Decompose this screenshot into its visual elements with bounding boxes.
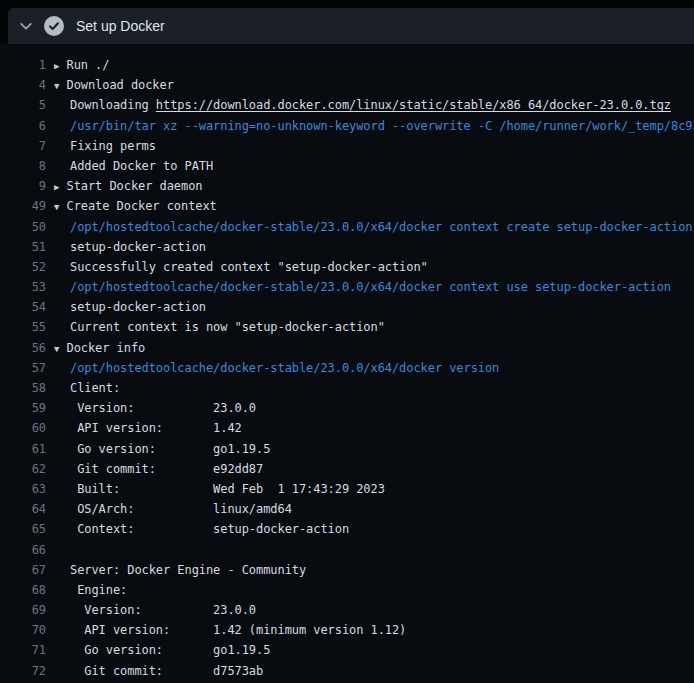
line-number[interactable]: 62	[0, 459, 46, 479]
log-command-text: /opt/hostedtoolcache/docker-stable/23.0.…	[70, 280, 671, 294]
log-line: 61 Go version: go1.19.5	[0, 439, 694, 459]
log-lines: 1 ▶Run ./ 4 ▼Download docker 5 Downloadi…	[0, 55, 694, 681]
line-number[interactable]: 56	[0, 338, 46, 358]
log-group-header[interactable]: 56 ▼Docker info	[0, 338, 694, 358]
line-number[interactable]: 57	[0, 358, 46, 378]
log-line: 57 /opt/hostedtoolcache/docker-stable/23…	[0, 358, 694, 378]
log-link[interactable]: https://download.docker.com/linux/static…	[156, 98, 671, 112]
log-text: Fixing perms	[70, 139, 156, 153]
step-header[interactable]: Set up Docker	[8, 8, 694, 44]
log-command-text: /opt/hostedtoolcache/docker-stable/23.0.…	[70, 361, 499, 375]
check-circle-icon	[44, 16, 64, 36]
log-text: Downloading	[70, 98, 156, 112]
log-group-header[interactable]: 49 ▼Create Docker context	[0, 196, 694, 216]
log-command-text: /opt/hostedtoolcache/docker-stable/23.0.…	[70, 220, 692, 234]
group-expanded-icon[interactable]: ▼	[54, 76, 67, 95]
log-line: 65 Context: setup-docker-action	[0, 519, 694, 539]
log-line: 58 Client:	[0, 378, 694, 398]
log-line: 8 Added Docker to PATH	[0, 156, 694, 176]
log-group-header[interactable]: 1 ▶Run ./	[0, 55, 694, 75]
log-line: 7 Fixing perms	[0, 136, 694, 156]
line-number[interactable]: 4	[0, 75, 46, 95]
log-line: 69 Version: 23.0.0	[0, 600, 694, 620]
line-number[interactable]: 67	[0, 560, 46, 580]
line-number[interactable]: 6	[0, 116, 46, 136]
log-text: Engine:	[70, 583, 127, 597]
line-number[interactable]: 61	[0, 439, 46, 459]
log-group-header[interactable]: 9 ▶Start Docker daemon	[0, 176, 694, 196]
group-expanded-icon[interactable]: ▼	[54, 339, 67, 358]
log-command-text: /usr/bin/tar xz --warning=no-unknown-key…	[70, 119, 694, 133]
log-line: 55 Current context is now "setup-docker-…	[0, 317, 694, 337]
group-title: Start Docker daemon	[67, 179, 203, 193]
line-number[interactable]: 65	[0, 519, 46, 539]
log-line: 68 Engine:	[0, 580, 694, 600]
line-number[interactable]: 49	[0, 196, 46, 216]
log-text: Git commit: e92dd87	[70, 462, 263, 476]
log-text: setup-docker-action	[70, 300, 206, 314]
line-number[interactable]: 66	[0, 540, 46, 560]
line-number[interactable]: 71	[0, 640, 46, 660]
log-line: 67 Server: Docker Engine - Community	[0, 560, 694, 580]
chevron-down-icon[interactable]	[18, 18, 34, 34]
group-title: Download docker	[67, 78, 174, 92]
log-line: 62 Git commit: e92dd87	[0, 459, 694, 479]
log-line: 64 OS/Arch: linux/amd64	[0, 499, 694, 519]
line-number[interactable]: 50	[0, 217, 46, 237]
log-text: Version: 23.0.0	[70, 603, 256, 617]
log-line: 63 Built: Wed Feb 1 17:43:29 2023	[0, 479, 694, 499]
log-text: Successfully created context "setup-dock…	[70, 260, 428, 274]
line-number[interactable]: 53	[0, 277, 46, 297]
log-text: Go version: go1.19.5	[70, 442, 270, 456]
log-text: Added Docker to PATH	[70, 159, 213, 173]
log-text: setup-docker-action	[70, 240, 206, 254]
log-text: Built: Wed Feb 1 17:43:29 2023	[70, 482, 385, 496]
log-line: 71 Go version: go1.19.5	[0, 640, 694, 660]
log-text: Current context is now "setup-docker-act…	[70, 320, 385, 334]
line-number[interactable]: 51	[0, 237, 46, 257]
line-number[interactable]: 5	[0, 95, 46, 115]
log-line: 50 /opt/hostedtoolcache/docker-stable/23…	[0, 217, 694, 237]
step-title: Set up Docker	[76, 18, 165, 34]
log-text: Client:	[70, 381, 120, 395]
line-number[interactable]: 69	[0, 600, 46, 620]
log-text: Go version: go1.19.5	[70, 643, 270, 657]
log-text: Context: setup-docker-action	[70, 522, 349, 536]
line-number[interactable]: 54	[0, 297, 46, 317]
line-number[interactable]: 68	[0, 580, 46, 600]
line-number[interactable]: 64	[0, 499, 46, 519]
log-line: 72 Git commit: d7573ab	[0, 661, 694, 681]
line-number[interactable]: 59	[0, 398, 46, 418]
line-number[interactable]: 63	[0, 479, 46, 499]
log-line: 59 Version: 23.0.0	[0, 398, 694, 418]
log-line: 53 /opt/hostedtoolcache/docker-stable/23…	[0, 277, 694, 297]
log-group-header[interactable]: 4 ▼Download docker	[0, 75, 694, 95]
line-number[interactable]: 7	[0, 136, 46, 156]
line-number[interactable]: 58	[0, 378, 46, 398]
line-number[interactable]: 60	[0, 418, 46, 438]
line-number[interactable]: 52	[0, 257, 46, 277]
line-number[interactable]: 8	[0, 156, 46, 176]
group-collapsed-icon[interactable]: ▶	[54, 56, 67, 75]
line-number[interactable]: 9	[0, 176, 46, 196]
log-text: API version: 1.42	[70, 421, 242, 435]
line-number[interactable]: 1	[0, 55, 46, 75]
log-panel: 1 ▶Run ./ 4 ▼Download docker 5 Downloadi…	[0, 44, 694, 683]
log-text: OS/Arch: linux/amd64	[70, 502, 292, 516]
group-title: Run ./	[67, 58, 110, 72]
log-text: API version: 1.42 (minimum version 1.12)	[70, 623, 406, 637]
log-line: 52 Successfully created context "setup-d…	[0, 257, 694, 277]
log-text: Server: Docker Engine - Community	[70, 563, 306, 577]
log-line: 6 /usr/bin/tar xz --warning=no-unknown-k…	[0, 116, 694, 136]
log-line: 54 setup-docker-action	[0, 297, 694, 317]
log-line: 60 API version: 1.42	[0, 418, 694, 438]
log-line: 70 API version: 1.42 (minimum version 1.…	[0, 620, 694, 640]
log-line: 51 setup-docker-action	[0, 237, 694, 257]
group-collapsed-icon[interactable]: ▶	[54, 177, 67, 196]
log-text: Version: 23.0.0	[70, 401, 256, 415]
log-line: 5 Downloading https://download.docker.co…	[0, 95, 694, 115]
group-expanded-icon[interactable]: ▼	[54, 197, 67, 216]
line-number[interactable]: 55	[0, 317, 46, 337]
line-number[interactable]: 72	[0, 661, 46, 681]
line-number[interactable]: 70	[0, 620, 46, 640]
